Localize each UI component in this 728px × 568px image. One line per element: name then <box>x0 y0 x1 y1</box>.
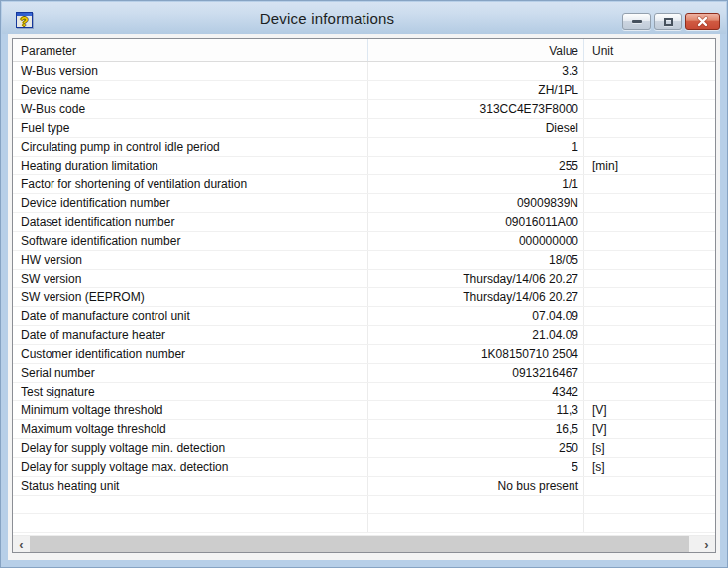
table-row[interactable]: Test signature4342 <box>13 383 715 401</box>
cell-unit <box>584 383 715 400</box>
table-row[interactable]: Device nameZH/1PL <box>13 81 715 100</box>
client-area: Parameter Value Unit W-Bus version3.3Dev… <box>8 34 720 560</box>
cell-unit <box>584 496 715 513</box>
table-row[interactable]: Maximum voltage threshold16,5[V] <box>13 420 715 439</box>
cell-value: 5 <box>368 458 584 476</box>
cell-parameter: Circulating pump in control idle period <box>13 138 368 156</box>
cell-parameter <box>13 496 368 513</box>
minimize-icon <box>632 20 642 23</box>
scroll-left-icon: ‹ <box>19 538 23 551</box>
cell-parameter: Software identification number <box>13 232 368 250</box>
cell-unit <box>584 62 715 80</box>
cell-parameter: Serial number <box>13 364 368 382</box>
cell-value: Thursday/14/06 20.27 <box>368 288 584 306</box>
cell-parameter: Customer identification number <box>13 345 368 363</box>
scroll-left-button[interactable]: ‹ <box>13 536 30 552</box>
table-row[interactable]: Customer identification number1K08150710… <box>13 345 715 364</box>
cell-value: 16,5 <box>368 420 584 438</box>
scroll-right-button[interactable]: › <box>698 536 715 552</box>
cell-value: 1 <box>368 138 584 156</box>
cell-value: 313CC4E73F8000 <box>368 100 584 118</box>
cell-value: 3.3 <box>368 62 584 80</box>
close-button[interactable] <box>685 13 720 30</box>
cell-unit <box>584 119 715 137</box>
titlebar[interactable]: ? Device informations <box>2 2 726 34</box>
cell-parameter: Delay for supply voltage min. detection <box>13 439 368 457</box>
cell-unit <box>584 270 715 287</box>
cell-value: 250 <box>368 439 584 457</box>
cell-unit <box>584 477 715 495</box>
cell-value: 21.04.09 <box>368 326 584 344</box>
cell-unit: [s] <box>584 458 715 476</box>
cell-value <box>368 514 584 532</box>
table-row[interactable]: Device identification number09009839N <box>13 194 715 213</box>
horizontal-scrollbar[interactable]: ‹ › <box>13 535 715 552</box>
cell-unit: [V] <box>584 420 715 438</box>
cell-value: 11,3 <box>368 401 584 419</box>
cell-unit <box>584 81 715 99</box>
table-row[interactable]: Status heating unitNo bus present <box>13 477 715 496</box>
column-header-value[interactable]: Value <box>368 39 584 61</box>
table-row[interactable]: Date of manufacture heater21.04.09 <box>13 326 715 345</box>
question-mark-icon: ? <box>17 15 32 27</box>
table-row[interactable]: Factor for shortening of ventilation dur… <box>13 175 715 194</box>
window-title: Device informations <box>33 10 622 27</box>
cell-parameter: HW version <box>13 251 368 269</box>
table-row[interactable] <box>13 496 715 514</box>
cell-unit <box>584 138 715 156</box>
table-row[interactable]: Dataset identification number09016011A00 <box>13 213 715 232</box>
cell-parameter: Device identification number <box>13 194 368 212</box>
cell-unit <box>584 514 715 532</box>
cell-parameter: Date of manufacture control unit <box>13 307 368 325</box>
cell-value: 0913216467 <box>368 364 584 382</box>
column-header-unit[interactable]: Unit <box>584 39 715 61</box>
minimize-button[interactable] <box>622 13 651 30</box>
table-row[interactable]: Date of manufacture control unit07.04.09 <box>13 307 715 326</box>
table-row[interactable] <box>13 514 715 533</box>
cell-parameter: Factor for shortening of ventilation dur… <box>13 175 368 193</box>
cell-unit <box>584 251 715 269</box>
cell-parameter: Status heating unit <box>13 477 368 495</box>
table-body: W-Bus version3.3Device nameZH/1PLW-Bus c… <box>13 62 715 533</box>
scrollbar-track[interactable] <box>689 536 698 552</box>
table-row[interactable]: Software identification number000000000 <box>13 232 715 251</box>
cell-unit <box>584 232 715 250</box>
table-row[interactable]: Circulating pump in control idle period1 <box>13 138 715 157</box>
cell-parameter: Date of manufacture heater <box>13 326 368 344</box>
table-row[interactable]: Delay for supply voltage max. detection5… <box>13 458 715 477</box>
cell-value <box>368 496 584 513</box>
cell-unit <box>584 100 715 118</box>
cell-parameter: Delay for supply voltage max. detection <box>13 458 368 476</box>
device-informations-window: ? Device informations Parameter Value <box>0 0 728 568</box>
maximize-button[interactable] <box>654 13 682 30</box>
cell-parameter: W-Bus version <box>13 62 368 80</box>
table-row[interactable]: Fuel typeDiesel <box>13 119 715 138</box>
cell-unit <box>584 345 715 363</box>
table-row[interactable]: W-Bus version3.3 <box>13 62 715 81</box>
cell-value: 07.04.09 <box>368 307 584 325</box>
cell-parameter: SW version <box>13 270 368 287</box>
close-icon <box>697 16 708 27</box>
cell-unit <box>584 364 715 382</box>
table-row[interactable]: W-Bus code313CC4E73F8000 <box>13 100 715 119</box>
table-row[interactable]: SW version (EEPROM)Thursday/14/06 20.27 <box>13 288 715 307</box>
help-window-icon[interactable]: ? <box>16 12 33 28</box>
cell-value: 1/1 <box>368 175 584 193</box>
maximize-icon <box>664 18 673 26</box>
table-row[interactable]: Heating duration limitation255[min] <box>13 157 715 175</box>
table-row[interactable]: HW version18/05 <box>13 251 715 270</box>
cell-parameter: Maximum voltage threshold <box>13 420 368 438</box>
table-row[interactable]: Serial number0913216467 <box>13 364 715 383</box>
cell-unit <box>584 175 715 193</box>
scroll-right-icon: › <box>704 538 708 551</box>
cell-parameter: Fuel type <box>13 119 368 137</box>
table-row[interactable]: SW versionThursday/14/06 20.27 <box>13 270 715 288</box>
column-header-parameter[interactable]: Parameter <box>13 39 368 61</box>
table-row[interactable]: Minimum voltage threshold11,3[V] <box>13 401 715 420</box>
scrollbar-thumb[interactable] <box>30 536 689 552</box>
cell-value: No bus present <box>368 477 584 495</box>
cell-value: 1K08150710 2504 <box>368 345 584 363</box>
cell-value: 000000000 <box>368 232 584 250</box>
table-row[interactable]: Delay for supply voltage min. detection2… <box>13 439 715 458</box>
cell-parameter: Heating duration limitation <box>13 157 368 174</box>
